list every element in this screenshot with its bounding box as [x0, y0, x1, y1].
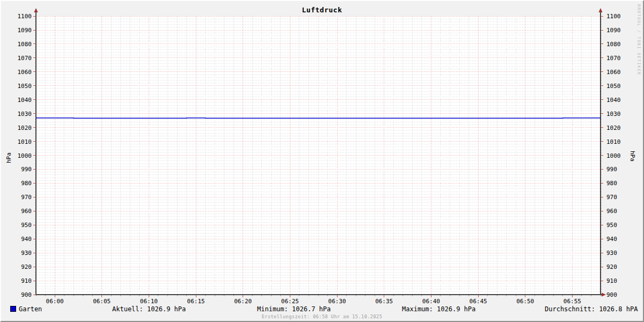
- svg-text:06:30: 06:30: [328, 298, 346, 305]
- svg-text:970: 970: [21, 194, 32, 201]
- svg-text:1040: 1040: [606, 97, 621, 104]
- rrdtool-watermark: RRDTOOL / TOBI OETIKER: [636, 4, 641, 75]
- svg-text:1050: 1050: [18, 83, 32, 90]
- svg-text:930: 930: [21, 250, 32, 257]
- svg-text:900: 900: [606, 291, 617, 298]
- svg-text:1060: 1060: [606, 69, 621, 76]
- svg-text:06:25: 06:25: [281, 298, 299, 305]
- svg-text:1050: 1050: [606, 83, 621, 90]
- svg-text:930: 930: [606, 250, 617, 257]
- rrdtool-pressure-graph: Luftdruck 900900910910920920930930940940…: [0, 0, 644, 322]
- svg-text:06:45: 06:45: [470, 298, 487, 305]
- svg-text:920: 920: [606, 264, 617, 270]
- svg-text:1080: 1080: [18, 41, 32, 48]
- pressure-line-chart: 9009009109109209209309309409409509509609…: [1, 1, 644, 322]
- svg-text:980: 980: [21, 180, 32, 187]
- y-axis-label-left: hPa: [5, 152, 12, 163]
- svg-text:960: 960: [21, 208, 32, 215]
- svg-text:1070: 1070: [18, 55, 32, 62]
- svg-text:06:35: 06:35: [375, 298, 393, 305]
- svg-text:970: 970: [606, 194, 617, 201]
- svg-text:940: 940: [606, 236, 617, 243]
- legend-series-label: Garten: [19, 305, 42, 313]
- legend-row: Garten Aktuell: 1026.9 hPa Minimum: 1026…: [1, 305, 643, 313]
- svg-text:06:20: 06:20: [234, 298, 252, 305]
- svg-text:910: 910: [21, 277, 32, 284]
- svg-text:1060: 1060: [18, 69, 32, 76]
- y-axis-label-right: hPa: [629, 151, 636, 162]
- svg-text:06:10: 06:10: [140, 298, 158, 305]
- svg-text:06:05: 06:05: [93, 298, 111, 305]
- stat-maximum: Maximum: 1026.9 hPa: [402, 305, 475, 313]
- svg-text:980: 980: [606, 180, 617, 187]
- svg-text:06:15: 06:15: [187, 298, 205, 305]
- chart-plot-area: 9009009109109209209309309409409509509609…: [1, 1, 644, 322]
- svg-text:940: 940: [21, 236, 32, 243]
- svg-text:06:55: 06:55: [564, 298, 581, 305]
- svg-text:1020: 1020: [606, 125, 621, 131]
- stat-minimum: Minimum: 1026.7 hPa: [257, 305, 331, 313]
- series-color-swatch: [10, 306, 16, 312]
- svg-text:950: 950: [606, 222, 617, 229]
- svg-text:960: 960: [606, 208, 617, 215]
- stat-current: Aktuell: 1026.9 hPa: [112, 305, 186, 313]
- svg-text:910: 910: [606, 277, 617, 284]
- svg-text:1010: 1010: [606, 138, 621, 145]
- svg-text:990: 990: [606, 166, 617, 173]
- svg-text:1100: 1100: [18, 13, 32, 20]
- stat-average: Durchschnitt: 1026.8 hPA: [545, 305, 638, 313]
- svg-text:990: 990: [21, 166, 32, 173]
- svg-text:1090: 1090: [606, 27, 621, 34]
- svg-text:900: 900: [21, 291, 32, 298]
- svg-text:06:50: 06:50: [516, 298, 534, 305]
- svg-text:06:40: 06:40: [422, 298, 440, 305]
- svg-text:1010: 1010: [18, 138, 32, 145]
- svg-text:950: 950: [21, 222, 32, 229]
- svg-text:920: 920: [21, 264, 32, 270]
- svg-text:1100: 1100: [606, 13, 621, 20]
- svg-text:06:00: 06:00: [46, 298, 64, 305]
- svg-text:1000: 1000: [18, 152, 32, 159]
- svg-text:1030: 1030: [606, 111, 621, 118]
- svg-text:1040: 1040: [18, 97, 32, 104]
- creation-timestamp: Erstellungszeit: 06:58 Uhr am 15.10.2025: [1, 314, 643, 319]
- svg-text:1080: 1080: [606, 41, 621, 48]
- svg-text:1030: 1030: [18, 111, 32, 118]
- svg-text:1000: 1000: [606, 152, 621, 159]
- svg-text:1090: 1090: [18, 27, 32, 34]
- svg-text:1020: 1020: [18, 125, 32, 131]
- svg-text:1070: 1070: [606, 55, 621, 62]
